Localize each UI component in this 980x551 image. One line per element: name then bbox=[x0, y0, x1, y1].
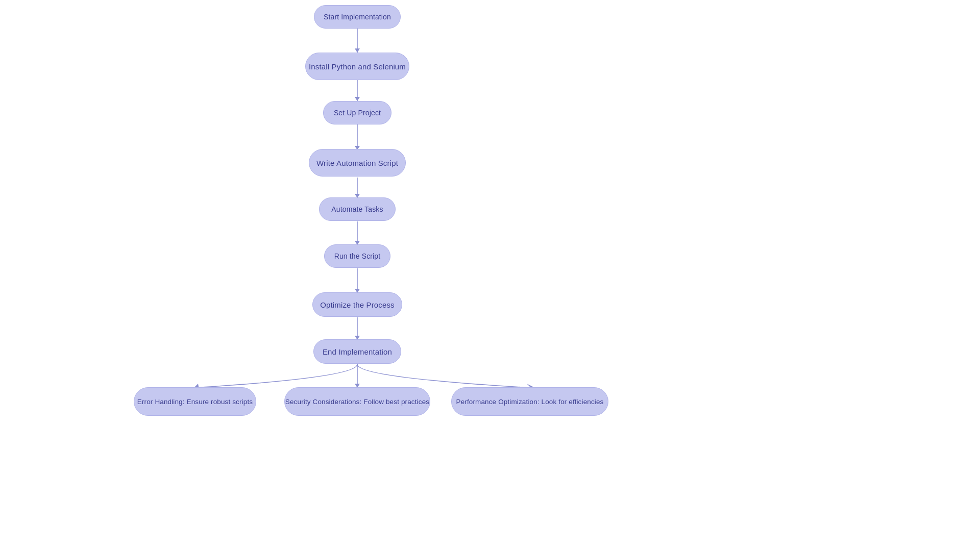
node-security: Security Considerations: Follow best pra… bbox=[284, 387, 430, 416]
diagram-container: Start Implementation Install Python and … bbox=[0, 0, 980, 551]
node-automate: Automate Tasks bbox=[319, 197, 396, 221]
svg-marker-3 bbox=[355, 97, 360, 101]
node-write: Write Automation Script bbox=[309, 149, 406, 177]
node-start: Start Implementation bbox=[314, 5, 401, 29]
node-optimize: Optimize the Process bbox=[312, 292, 402, 317]
node-end: End Implementation bbox=[313, 339, 401, 364]
svg-marker-1 bbox=[355, 48, 360, 53]
node-error: Error Handling: Ensure robust scripts bbox=[134, 387, 256, 416]
flowchart-svg bbox=[0, 0, 980, 551]
node-setup: Set Up Project bbox=[323, 101, 391, 124]
node-run: Run the Script bbox=[324, 244, 390, 268]
node-performance: Performance Optimization: Look for effic… bbox=[451, 387, 608, 416]
node-install: Install Python and Selenium bbox=[305, 53, 409, 80]
